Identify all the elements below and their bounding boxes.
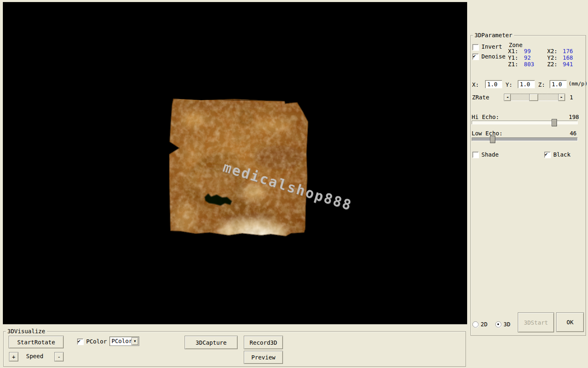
preview-button[interactable]: Preview [244, 351, 283, 364]
invert-checkbox[interactable] [472, 44, 479, 50]
check-icon: ✔ [473, 53, 476, 59]
shade-checkbox[interactable] [472, 152, 479, 158]
scale-y-input[interactable] [518, 80, 535, 88]
hi-echo-track[interactable] [472, 121, 578, 124]
denoise-checkbox[interactable]: ✔ [472, 54, 479, 60]
capture3d-button[interactable]: 3DCapture [185, 336, 238, 349]
mode-2d-radio[interactable] [472, 321, 479, 328]
chevron-down-icon[interactable]: ▼ [131, 337, 138, 345]
start-rotate-button[interactable]: StartRotate [9, 336, 64, 348]
app-window: medicalshop888 3DParameter Invert ✔ Deno… [0, 0, 588, 368]
pcolor-checkbox[interactable]: ✔ [77, 339, 83, 345]
record3d-button[interactable]: Record3D [244, 336, 283, 349]
visualize-group-title: 3DVisualize [6, 328, 47, 334]
radio-dot-icon [497, 323, 499, 325]
scale-z-input[interactable] [550, 80, 567, 88]
check-icon: ✔ [545, 151, 548, 157]
pcolor-combo-value: PColor [111, 338, 132, 344]
start3d-button[interactable]: 3DStart [518, 312, 554, 332]
params-group-title: 3DParameter [473, 32, 514, 38]
check-icon: ✔ [78, 338, 80, 344]
ultrasound-render [169, 96, 311, 238]
hi-echo-thumb[interactable] [552, 119, 557, 126]
mode-3d-radio[interactable] [495, 321, 501, 328]
ok-button[interactable]: OK [556, 312, 584, 332]
pcolor-combobox[interactable]: PColor ▼ [109, 337, 139, 346]
speed-plus-button[interactable]: + [9, 352, 18, 361]
black-checkbox[interactable]: ✔ [544, 152, 550, 158]
speed-minus-button[interactable]: - [54, 352, 64, 361]
low-echo-track[interactable] [472, 137, 578, 141]
zrate-scrollbar[interactable]: ◄ ► [504, 94, 565, 101]
low-echo-thumb[interactable] [490, 136, 495, 143]
zrate-right-arrow-icon[interactable]: ► [558, 94, 565, 101]
zrate-thumb[interactable] [529, 94, 538, 101]
zrate-left-arrow-icon[interactable]: ◄ [504, 94, 511, 101]
scale-x-input[interactable] [485, 80, 502, 88]
